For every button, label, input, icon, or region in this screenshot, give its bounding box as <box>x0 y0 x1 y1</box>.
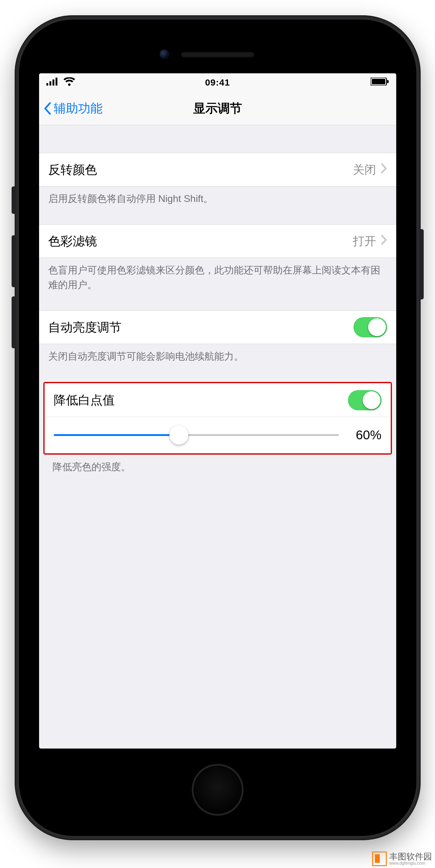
svg-rect-2 <box>53 80 54 86</box>
svg-rect-3 <box>56 78 57 86</box>
slider-value: 60% <box>348 428 381 442</box>
power-button <box>420 229 424 300</box>
home-button[interactable] <box>192 764 244 816</box>
row-label: 自动亮度调节 <box>48 319 122 336</box>
volume-up-button <box>11 235 16 287</box>
group-footer: 关闭自动亮度调节可能会影响电池续航能力。 <box>39 344 396 364</box>
watermark-url: www.dgfengtu.com <box>389 861 432 866</box>
row-reduce-white-point: 降低白点值 <box>44 383 391 417</box>
content: 反转颜色 关闭 启用反转颜色将自动停用 Night Shift。 色彩滤镜 <box>39 125 396 474</box>
group-footer: 降低亮色的强度。 <box>43 455 392 474</box>
auto-brightness-toggle[interactable] <box>354 317 387 337</box>
chevron-right-icon <box>381 163 387 176</box>
row-label: 降低白点值 <box>54 392 115 408</box>
row-label: 色彩滤镜 <box>48 233 97 250</box>
group-invert-colors: 反转颜色 关闭 启用反转颜色将自动停用 Night Shift。 <box>39 153 396 206</box>
svg-rect-5 <box>372 79 385 84</box>
group-auto-brightness: 自动亮度调节 关闭自动亮度调节可能会影响电池续航能力。 <box>39 310 396 364</box>
cellular-signal-icon <box>46 77 59 88</box>
status-time: 09:41 <box>39 77 396 88</box>
row-white-point-slider: 60% <box>44 417 391 454</box>
row-value: 打开 <box>353 234 376 249</box>
group-footer: 启用反转颜色将自动停用 Night Shift。 <box>39 186 396 206</box>
white-point-slider[interactable] <box>54 434 339 436</box>
phone-frame: 09:41 辅助功能 显示调节 反转颜色 <box>15 15 421 840</box>
nav-bar: 辅助功能 显示调节 <box>39 92 396 125</box>
status-bar: 09:41 <box>39 73 396 92</box>
row-value: 关闭 <box>353 162 376 178</box>
svg-rect-0 <box>46 83 48 86</box>
front-camera <box>160 50 169 59</box>
mute-switch <box>11 186 16 214</box>
page-title: 显示调节 <box>39 100 396 117</box>
speaker <box>181 52 254 57</box>
watermark: 丰图软件园 www.dgfengtu.com <box>372 851 432 866</box>
slider-thumb[interactable] <box>169 426 188 444</box>
group-reduce-white-point-highlight: 降低白点值 60% <box>43 382 392 455</box>
row-label: 反转颜色 <box>48 161 97 178</box>
watermark-logo-icon <box>372 851 387 866</box>
row-color-filters[interactable]: 色彩滤镜 打开 <box>39 224 396 258</box>
screen: 09:41 辅助功能 显示调节 反转颜色 <box>39 73 396 748</box>
svg-rect-6 <box>387 80 389 83</box>
battery-icon <box>371 77 389 88</box>
group-color-filters: 色彩滤镜 打开 色盲用户可使用色彩滤镜来区分颜色，此功能还可帮助在屏幕上阅读文本… <box>39 224 396 292</box>
volume-down-button <box>11 297 16 348</box>
reduce-white-point-toggle[interactable] <box>348 390 381 410</box>
group-footer: 色盲用户可使用色彩滤镜来区分颜色，此功能还可帮助在屏幕上阅读文本有困难的用户。 <box>39 258 396 292</box>
svg-rect-1 <box>49 81 51 86</box>
chevron-right-icon <box>381 235 387 248</box>
row-invert-colors[interactable]: 反转颜色 关闭 <box>39 153 396 186</box>
wifi-icon <box>64 77 75 88</box>
watermark-name: 丰图软件园 <box>389 852 432 861</box>
row-auto-brightness: 自动亮度调节 <box>39 310 396 344</box>
